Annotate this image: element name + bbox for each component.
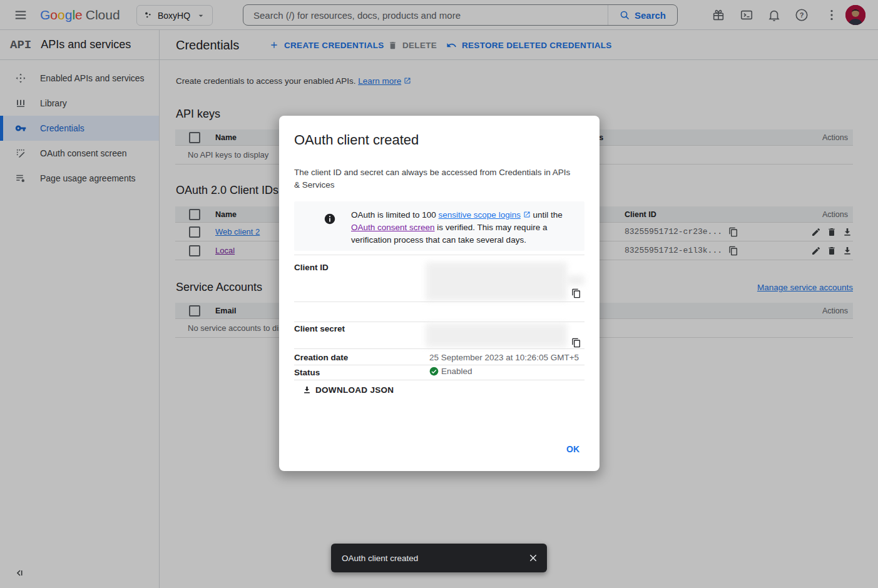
divider [294, 302, 584, 302]
client-id-label: Client ID [294, 263, 329, 272]
divider [294, 255, 584, 255]
sensitive-scope-logins-link[interactable]: sensitive scope logins [439, 210, 521, 220]
oauth-client-created-dialog: OAuth client created The client ID and s… [279, 116, 600, 471]
client-id-redacted-value [567, 275, 584, 285]
google-cloud-console: GoogleCloud BoxyHQ Search ? [0, 0, 878, 588]
status-value: Enabled [429, 367, 472, 376]
info-banner: OAuth is limited to 100 sensitive scope … [294, 201, 584, 251]
download-json-button[interactable]: DOWNLOAD JSON [302, 385, 394, 395]
client-id-redacted-value [426, 262, 567, 301]
creation-date-label: Creation date [294, 353, 348, 362]
oauth-consent-screen-link[interactable]: OAuth consent screen [351, 223, 435, 232]
client-secret-redacted-value [426, 323, 567, 347]
info-text: OAuth is limited to 100 sensitive scope … [351, 209, 588, 246]
divider [294, 365, 584, 365]
ok-button[interactable]: OK [559, 440, 587, 458]
external-link-icon [523, 211, 531, 218]
divider [294, 348, 584, 349]
toast-snackbar: OAuth client created [331, 544, 547, 572]
copy-client-id-icon[interactable] [571, 288, 581, 298]
status-label: Status [294, 368, 320, 377]
check-circle-icon [429, 367, 439, 376]
info-icon [324, 213, 335, 225]
divider [294, 322, 584, 322]
copy-client-secret-icon[interactable] [571, 338, 581, 348]
creation-date-value: 25 September 2023 at 10:26:05 GMT+5 [429, 353, 579, 362]
download-icon [302, 385, 312, 395]
divider [294, 380, 584, 380]
dialog-title: OAuth client created [294, 132, 419, 148]
dialog-description: The client ID and secret can always be a… [294, 166, 577, 191]
client-secret-label: Client secret [294, 324, 345, 333]
close-icon[interactable] [528, 553, 538, 563]
toast-message: OAuth client created [342, 554, 528, 563]
